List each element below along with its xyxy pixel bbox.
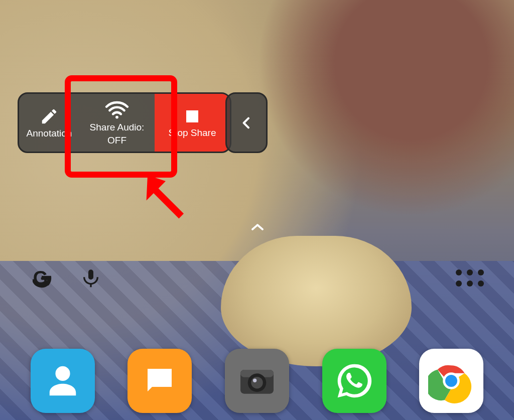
stop-share-label: Stop Share [168,127,216,138]
whatsapp-icon [334,361,374,401]
share-audio-label-line1: Share Audio: [90,122,145,133]
apps-dot-icon [456,269,462,275]
chrome-icon [428,358,474,404]
svg-point-7 [251,377,263,388]
google-icon[interactable]: G [30,266,53,290]
svg-rect-1 [186,110,198,122]
mic-icon[interactable] [81,266,101,290]
apps-dot-icon [456,281,462,287]
dock [0,349,514,413]
chevron-left-icon [238,111,254,135]
dock-app-contacts[interactable] [31,349,95,413]
pencil-icon [40,107,59,126]
wallpaper-paw [221,236,412,366]
annotation-button[interactable]: Annotation [19,94,79,152]
share-audio-button[interactable]: Share Audio: OFF [79,94,155,152]
apps-dot-icon [467,281,473,287]
message-icon [142,363,178,399]
annotation-label: Annotation [27,128,72,139]
apps-dot-icon [467,269,473,275]
stop-icon [183,107,201,125]
screenshare-toolbar: Annotation Share Audio: OFF Stop Share [18,92,231,153]
dock-app-camera[interactable] [225,349,289,413]
svg-point-0 [115,115,118,118]
app-drawer-handle[interactable] [250,222,265,232]
apps-dot-icon [478,269,484,275]
svg-text:G: G [33,267,48,289]
collapse-toolbar-button[interactable] [225,92,268,153]
dock-app-messages[interactable] [127,349,192,413]
wifi-icon [104,100,130,120]
search-row: G [0,266,514,290]
share-audio-label-line2: OFF [107,135,126,146]
all-apps-button[interactable] [456,269,484,287]
person-icon [45,363,80,398]
dock-app-whatsapp[interactable] [322,349,387,413]
svg-point-8 [253,379,256,382]
dock-app-chrome[interactable] [419,349,483,413]
camera-icon [235,359,279,403]
stop-share-button[interactable]: Stop Share [155,94,230,152]
apps-dot-icon [478,281,484,287]
